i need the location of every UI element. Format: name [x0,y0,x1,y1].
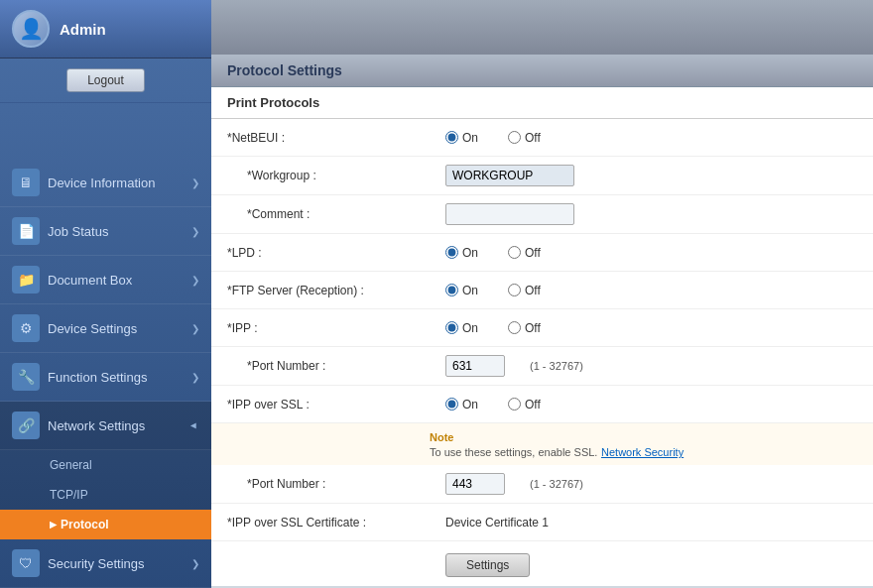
workgroup-control [445,165,857,186]
ftp-on-option[interactable]: On [445,284,478,297]
chevron-right-icon: ❯ [191,177,199,188]
ipp-control: On Off [445,321,857,335]
ftp-radio-group: On Off [445,284,541,297]
ipp-ssl-off-option[interactable]: Off [508,398,541,412]
network-subitems: General TCP/IP Protocol [0,450,211,539]
netbeui-control: On Off [445,131,857,145]
sub-item-protocol[interactable]: Protocol [0,510,211,539]
workgroup-input[interactable] [445,165,574,186]
form-row-workgroup: *Workgroup : [211,157,873,195]
netbeui-off-option[interactable]: Off [508,131,541,145]
ftp-on-radio[interactable] [445,284,458,296]
comment-control [445,203,857,225]
sidebar-item-network-settings[interactable]: 🔗 Network Settings ▼ [0,402,211,450]
form-row-ipp-ssl: *IPP over SSL : On Off [211,386,873,423]
netbeui-on-radio[interactable] [445,131,458,144]
sidebar-item-document-box[interactable]: 📁 Document Box ❯ [0,256,211,304]
sidebar-item-security-settings[interactable]: 🛡 Security Settings ❯ [0,539,211,588]
comment-label: *Comment : [227,207,445,221]
ipp-ssl-label: *IPP over SSL : [227,398,445,412]
content-area: Protocol Settings Print Protocols *NetBE… [211,55,873,588]
netbeui-off-radio[interactable] [508,131,521,144]
sidebar-item-label: Network Settings [48,418,145,433]
sidebar-item-label: Function Settings [48,370,147,385]
device-settings-icon: ⚙ [12,314,40,342]
sidebar-item-label: Device Settings [48,321,137,336]
ssl-port-input[interactable] [445,473,505,495]
chevron-right-icon: ❯ [191,372,199,383]
logout-button[interactable]: Logout [66,68,145,92]
chevron-right-icon: ❯ [191,558,199,569]
page-title-bar: Protocol Settings [211,55,873,87]
admin-label: Admin [60,21,106,38]
ipp-on-radio[interactable] [445,321,458,334]
ipp-label: *IPP : [227,321,445,335]
settings-button-area: Settings [211,541,873,586]
lpd-on-radio[interactable] [445,246,458,259]
section-header-print-protocols: Print Protocols [211,87,873,119]
chevron-right-icon: ❯ [191,226,199,237]
lpd-off-option[interactable]: Off [508,246,541,260]
logout-area: Logout [0,59,211,103]
ftp-off-option[interactable]: Off [508,284,541,297]
form-row-ipp: *IPP : On Off [211,309,873,347]
network-security-link[interactable]: Network Security [601,446,684,458]
ssl-port-control: (1 - 32767) [445,473,857,495]
port-number-label: *Port Number : [227,359,445,373]
form-row-ftp: *FTP Server (Reception) : On Off [211,272,873,309]
chevron-down-icon: ▼ [189,420,200,430]
ipp-ssl-on-radio[interactable] [445,398,458,411]
security-settings-icon: 🛡 [12,549,40,577]
netbeui-label: *NetBEUI : [227,131,445,145]
netbeui-radio-group: On Off [445,131,541,145]
sub-item-general[interactable]: General [0,450,211,480]
page-title: Protocol Settings [227,62,342,78]
form-row-port-number: *Port Number : (1 - 32767) [211,347,873,386]
ftp-label: *FTP Server (Reception) : [227,284,445,297]
ipp-ssl-on-option[interactable]: On [445,398,478,412]
cert-value: Device Certificate 1 [445,516,549,529]
sub-item-label: TCP/IP [50,488,88,502]
sidebar-item-function-settings[interactable]: 🔧 Function Settings ❯ [0,353,211,402]
lpd-on-option[interactable]: On [445,246,478,260]
ssl-port-range-label: (1 - 32767) [530,478,583,490]
settings-button[interactable]: Settings [445,553,530,577]
note-label: Note [430,431,453,443]
network-settings-icon: 🔗 [12,412,40,439]
sidebar-item-job-status[interactable]: 📄 Job Status ❯ [0,207,211,256]
function-settings-icon: 🔧 [12,363,40,391]
sidebar-item-label: Security Settings [48,556,145,571]
ssl-cert-label: *IPP over SSL Certificate : [227,516,445,529]
lpd-label: *LPD : [227,246,445,260]
ipp-on-option[interactable]: On [445,321,478,335]
document-box-icon: 📁 [12,266,40,294]
lpd-off-radio[interactable] [508,246,521,259]
sidebar-item-device-settings[interactable]: ⚙ Device Settings ❯ [0,304,211,353]
form-row-comment: *Comment : [211,195,873,234]
ftp-off-radio[interactable] [508,284,521,296]
comment-input[interactable] [445,203,574,225]
avatar: 👤 [12,10,50,48]
sub-item-tcpip[interactable]: TCP/IP [0,480,211,510]
workgroup-label: *Workgroup : [227,169,445,182]
chevron-right-icon: ❯ [191,275,199,286]
ipp-radio-group: On Off [445,321,541,335]
form-row-lpd: *LPD : On Off [211,234,873,272]
device-information-icon: 🖥 [12,169,40,196]
main-header [211,0,873,55]
form-row-ssl-port: *Port Number : (1 - 32767) [211,465,873,504]
sidebar-item-device-information[interactable]: 🖥 Device Information ❯ [0,159,211,207]
ipp-off-option[interactable]: Off [508,321,541,335]
sub-item-label: General [50,458,92,472]
chevron-right-icon: ❯ [191,323,199,334]
netbeui-on-option[interactable]: On [445,131,478,145]
ipp-ssl-radio-group: On Off [445,398,541,412]
ipp-off-radio[interactable] [508,321,521,334]
sub-item-label: Protocol [61,518,109,531]
form-row-ssl-cert: *IPP over SSL Certificate : Device Certi… [211,504,873,541]
sidebar-header: 👤 Admin [0,0,211,59]
ssl-port-label: *Port Number : [227,477,445,491]
port-number-input[interactable] [445,355,505,377]
ftp-control: On Off [445,284,857,297]
ipp-ssl-off-radio[interactable] [508,398,521,411]
